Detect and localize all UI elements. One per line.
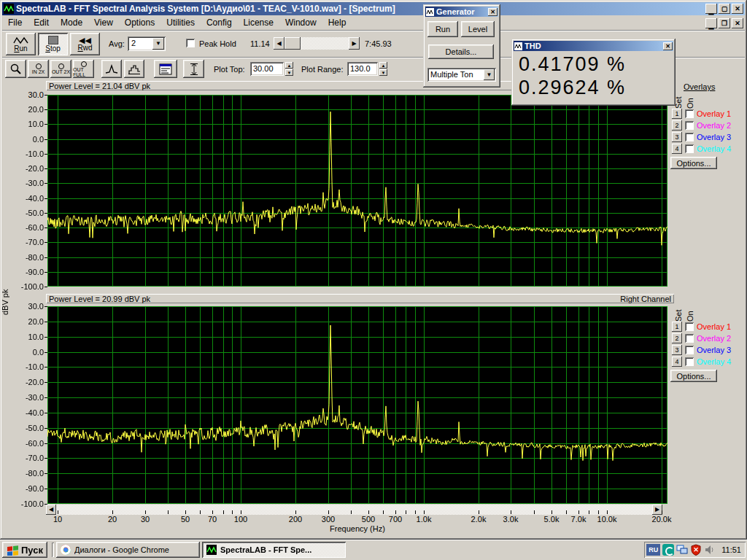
seek-track[interactable] [301,37,349,50]
output-full-button[interactable]: OUT FULL [73,60,94,78]
y-tick-mark [44,183,47,184]
menu-item-edit[interactable]: Edit [28,16,55,30]
mdi-restore-button[interactable]: ❐ [719,18,730,28]
x-tick-mark [607,510,608,514]
maximize-button[interactable]: ▢ [719,4,730,14]
security-alert-icon[interactable]: ✕ [690,544,702,556]
time-current: 11.14 [250,39,270,48]
zoom-button[interactable] [5,60,26,78]
input-2x-button[interactable]: IN 2X [28,60,49,78]
y-tick-label: -50.0 [7,424,44,432]
generator-dropdown-arrow-icon[interactable]: ▼ [484,69,495,80]
clock[interactable]: 11:51 [721,545,741,554]
generator-details-button[interactable]: Details... [428,44,494,59]
overlay-label-1: Overlay 1 [697,322,731,331]
overlay-checkbox-4[interactable] [685,357,694,366]
network-icon[interactable] [676,544,688,556]
overlay-set-button-4[interactable]: 4 [672,357,682,367]
right-power-level: Power Level = 20.99 dBV pk [49,295,150,303]
menu-item-mode[interactable]: Mode [55,16,88,30]
overlay-checkbox-1[interactable] [685,109,694,118]
y-tick-mark [44,257,47,258]
overlays-title: Overlays [684,82,715,91]
generator-close-icon[interactable]: ✕ [488,8,498,16]
menu-item-help[interactable]: Help [322,16,352,30]
x-tick-mark [479,510,479,514]
y-tick-mark [44,154,47,155]
y-tick-label: -30.0 [7,393,44,402]
plot-scroll-left-arrow[interactable]: ◀ [46,505,56,515]
overlay-checkbox-2[interactable] [685,121,694,130]
volume-icon[interactable] [704,544,716,556]
overlay-set-button-3[interactable]: 3 [672,132,682,142]
seek-thumb[interactable] [285,37,301,50]
plot-top-up-arrow[interactable]: ▲ [285,62,293,69]
menu-item-options[interactable]: Options [119,16,160,30]
start-button[interactable]: Пуск [2,542,47,558]
line-plot-mode-button[interactable] [101,60,122,78]
spectrum-plot-right-channel[interactable] [47,306,667,504]
menu-item-config[interactable]: Config [201,16,238,30]
bar-plot-mode-button[interactable] [124,60,144,78]
plug-icon [81,61,87,67]
overlay-label-1: Overlay 1 [697,109,731,118]
mdi-close-button[interactable]: ✕ [732,18,743,28]
seek-left-arrow[interactable]: ◀ [274,37,285,50]
plot-range-up-arrow[interactable]: ▲ [379,62,387,69]
menu-item-license[interactable]: License [238,16,279,30]
task-button[interactable]: Диалоги - Google Chrome [56,542,200,558]
overlay-set-button-1[interactable]: 1 [672,322,682,332]
generator-signal-combobox[interactable]: Multiple Ton ▼ [427,68,496,82]
overlay-set-button-1[interactable]: 1 [672,109,682,119]
close-button[interactable]: ✕ [732,4,743,14]
task-button[interactable]: SpectraLAB - FFT Spe... [202,542,346,558]
menu-item-file[interactable]: File [2,16,28,30]
overlay-checkbox-2[interactable] [685,334,694,343]
x-tick-label: 10.0k [591,515,623,524]
overlay-checkbox-4[interactable] [685,144,694,153]
seek-right-arrow[interactable]: ▶ [349,37,360,50]
menu-item-utilities[interactable]: Utilities [160,16,201,30]
overlay-checkbox-1[interactable] [685,322,694,331]
thd-close-icon[interactable]: ✕ [663,42,673,50]
overlay-checkbox-3[interactable] [685,346,694,354]
overlay-on-label: On [686,306,694,322]
avg-combobox[interactable]: 2 ▼ [128,36,166,51]
output-2x-button[interactable]: OUT 2X [50,60,71,78]
x-tick-label: 1.0k [408,515,440,524]
mdi-minimize-button[interactable]: ▁ [705,18,717,28]
overlay-set-button-4[interactable]: 4 [672,144,682,154]
plot-top-down-arrow[interactable]: ▼ [285,69,293,76]
overlay-options-button[interactable]: Options... [670,157,717,169]
vertical-scale-button[interactable] [183,60,204,78]
overlay-set-button-2[interactable]: 2 [672,333,682,343]
overlay-checkbox-3[interactable] [685,133,694,141]
clock-label: 11:51 [721,545,741,554]
overlay-label-2: Overlay 2 [697,334,731,343]
minimize-button[interactable]: ▁ [705,4,717,14]
peak-hold-checkbox[interactable] [186,39,195,47]
stop-button[interactable]: Stop [38,33,68,55]
avg-dropdown-arrow-icon[interactable]: ▼ [152,38,164,50]
plot-range-field[interactable]: 130.0 [347,62,378,76]
rwd-button[interactable]: ◀◀ Rwd [70,33,100,55]
menu-item-view[interactable]: View [88,16,119,30]
menu-item-window[interactable]: Window [279,16,322,30]
x-tick-mark [424,510,425,514]
histogram-icon [128,64,141,74]
language-indicator[interactable]: RU [646,544,660,556]
plot-top-field[interactable]: 30.00 [250,62,284,76]
y-axis-unit-label: dBV pk [1,279,9,315]
plot-scroll-right-arrow[interactable]: ▶ [652,505,662,515]
tray-app-icon[interactable] [662,544,674,556]
overlay-set-button-3[interactable]: 3 [672,345,682,355]
plot-range-down-arrow[interactable]: ▼ [379,69,387,76]
generator-level-button[interactable]: Level [461,21,495,37]
spectrum-plot-left-channel[interactable] [47,95,667,287]
display-options-button[interactable] [154,60,177,78]
overlay-options-button[interactable]: Options... [670,370,717,382]
generator-run-button[interactable]: Run [427,21,458,37]
chrome-icon [61,545,71,555]
run-button[interactable]: Run [6,33,36,55]
overlay-set-button-2[interactable]: 2 [672,120,682,131]
